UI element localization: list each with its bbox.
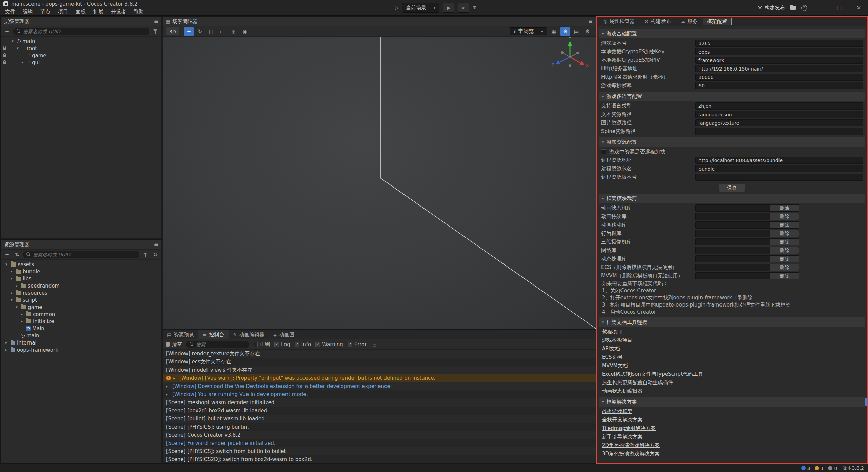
expand-arrow[interactable]: ▸ [9,291,14,295]
doc-link[interactable]: API文档 [598,345,866,353]
help-icon[interactable]: ? [801,5,807,11]
overlay-icon[interactable]: ▤ [571,27,581,36]
doc-link[interactable]: 全栈开发解决方案 [598,416,866,424]
checkbox-icon[interactable]: ✓ [274,342,279,347]
expand-arrow[interactable]: ▾ [4,262,9,267]
tree-row[interactable]: ▾script [1,296,161,303]
field-input[interactable] [695,119,863,126]
panel-menu-icon[interactable]: ≡ [154,18,158,25]
layout-grid-icon[interactable]: ⊞ [473,5,477,11]
doc-link[interactable]: 2D角色扮演游戏解决方案 [598,441,866,450]
doc-link[interactable]: MVVM文档 [598,361,866,370]
refresh-icon[interactable]: ↻ [152,251,159,258]
tree-row[interactable]: ▾libs [1,275,161,282]
scale-tool-icon[interactable]: ◱ [206,27,216,36]
tree-row[interactable]: ▾main [1,38,161,45]
field-input[interactable] [695,82,863,89]
log-line[interactable]: [Scene] [box2d]:box2d wasm lib loaded. [163,407,596,415]
expand-arrow[interactable]: ▸ [166,392,170,397]
menu-item[interactable]: 扩展 [90,7,107,16]
field-input[interactable] [695,57,863,64]
status-count[interactable]: 3 [801,466,810,471]
assets-search[interactable] [23,251,139,258]
console-tab[interactable]: ◈动画图 [269,330,299,339]
inspector-tab[interactable]: 框架配置 [703,18,732,25]
view-mode-select[interactable]: 正常浏览 ▾ [510,27,547,35]
hierarchy-search[interactable] [13,28,149,35]
open-project-folder-icon[interactable] [790,6,796,10]
assets-search-input[interactable] [33,252,136,257]
doc-link[interactable]: 教程项目 [598,328,866,336]
doc-link[interactable]: 游戏模板项目 [598,336,866,345]
preview-platform-icon[interactable]: ▷ [395,5,399,11]
translate-tool-icon[interactable]: + [184,27,194,36]
log-line[interactable]: [Window] ecs文件夹不存在 [163,358,596,366]
expand-arrow[interactable]: ▸ [166,384,170,389]
tree-row[interactable]: ▾game [1,303,161,311]
log-filter[interactable]: ✓Log [274,341,290,348]
section-header[interactable]: ▾游戏资源配置 [599,137,865,147]
hierarchy-search-input[interactable] [23,29,146,34]
doc-link[interactable]: ECS文档 [598,353,866,361]
log-line[interactable]: [Scene] [PHYSICS2D]: switch from box2d-w… [163,455,596,463]
dimension-toggle-button[interactable]: 3D [166,27,179,35]
console-tab[interactable]: ≣控制台 [198,330,229,339]
maximize-button[interactable]: □ [832,0,846,16]
inspector-tab[interactable]: ☁服务 [676,18,702,25]
remote-load-checkbox[interactable] [601,149,606,154]
delete-button[interactable]: 删除 [770,205,799,211]
tree-row[interactable]: ▸seedrandom [1,282,161,289]
sort-icon[interactable]: ⇅ [13,251,21,258]
field-input[interactable] [695,157,863,164]
log-line[interactable]: !▸[Window] [Vue warn]: Property "onInput… [163,374,596,382]
section-header[interactable]: ▾框架模块裁剪 [599,194,865,203]
checkbox-icon[interactable]: ✓ [295,342,299,347]
log-line[interactable]: [Scene] [bullet]:bullet wasm lib loaded. [163,415,596,423]
delete-button[interactable]: 删除 [770,230,799,237]
step-button[interactable]: » [458,3,469,13]
tree-row[interactable]: ▾assets [1,261,161,268]
delete-button[interactable]: 删除 [770,239,799,245]
collapse-logs-icon[interactable]: ⊟ [371,341,378,348]
expand-arrow[interactable]: ▸ [19,319,24,323]
delete-button[interactable]: 删除 [770,222,799,228]
scene-select[interactable]: 当前场景 ▾ [402,3,439,13]
scrollbar-thumb[interactable] [865,398,867,406]
checkbox-icon[interactable]: ✓ [315,342,320,347]
doc-link[interactable]: 原生包热更新配置自动生成插件 [598,378,866,387]
log-line[interactable]: [Window] model_view文件夹不存在 [163,366,596,374]
add-node-button[interactable]: + [3,28,11,35]
save-button[interactable]: 保存 [719,183,745,192]
section-header[interactable]: ▾框架文档工具链接 [599,317,865,327]
inspector-tab[interactable]: ◎属性检查器 [599,18,639,25]
expand-arrow[interactable]: ▸ [173,376,177,380]
console-tab[interactable]: ✎动画编辑器 [229,330,269,339]
filter-icon[interactable] [142,251,149,258]
expand-arrow[interactable]: ▸ [4,348,9,352]
tree-row[interactable]: ▸common [1,311,161,318]
log-filter[interactable]: ✓Warning [315,341,343,348]
log-filter[interactable]: ✓Error [348,341,367,348]
menu-item[interactable]: 项目 [54,7,72,16]
tree-row[interactable]: ▸oops-framework [1,346,161,353]
field-input[interactable] [695,111,863,118]
doc-link[interactable]: 3D角色扮演游戏解决方案 [598,450,866,458]
expand-arrow[interactable]: ▸ [19,312,24,316]
clear-console-button[interactable]: 清空 [166,341,182,348]
console-search-input[interactable] [196,342,245,347]
rect-tool-icon[interactable]: ▭ [217,27,228,36]
log-filter[interactable]: ✓Info [295,341,311,348]
menu-item[interactable]: 文件 [1,7,19,16]
menu-item[interactable]: 面板 [72,7,90,16]
tree-row[interactable]: ▸gui [1,59,161,66]
grid-icon[interactable]: ▦ [549,27,559,36]
console-tab[interactable]: ▤资源预览 [163,330,198,339]
menu-item[interactable]: 编辑 [19,7,37,16]
field-input[interactable] [695,165,863,172]
log-line[interactable]: [Scene] Cocos Creator v3.8.2 [163,431,596,439]
log-line[interactable]: [Scene] Forward render pipeline initiali… [163,439,596,447]
panel-menu-icon[interactable]: ≡ [154,241,158,248]
field-input[interactable] [695,128,863,135]
log-filter[interactable]: 正则 [253,341,270,348]
doc-link[interactable]: 动画状态机编辑器 [598,387,866,395]
